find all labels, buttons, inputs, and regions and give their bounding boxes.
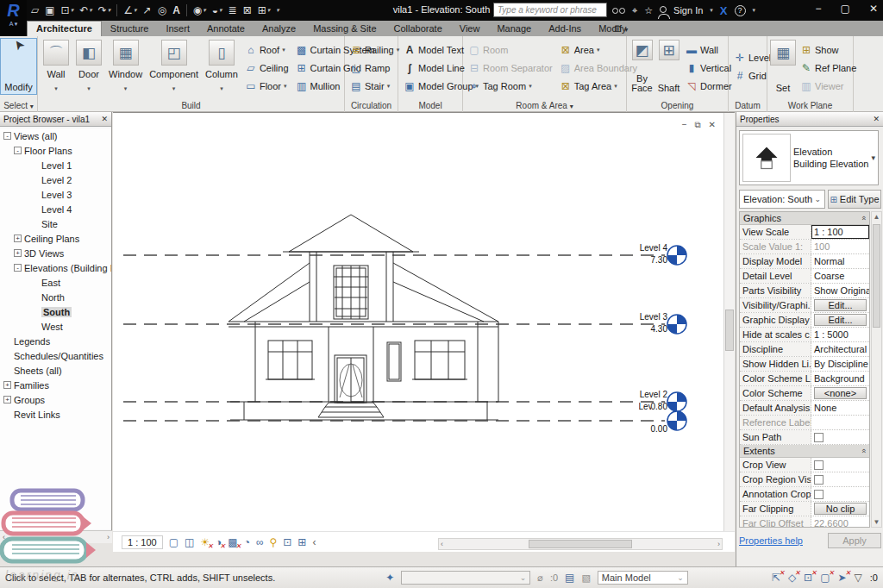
scroll-left-icon[interactable]: ‹ (441, 540, 443, 548)
property-row[interactable]: Crop View (740, 458, 869, 472)
property-value[interactable]: No clip No clip (811, 502, 869, 516)
tree-item[interactable]: North (0, 290, 111, 304)
crop-view-icon[interactable]: ◔ (244, 536, 250, 548)
ribbon-small-button[interactable]: Room▾ (465, 41, 556, 59)
property-row[interactable]: Annotation Crop (740, 487, 869, 502)
application-menu-button[interactable]: R A ▾ (0, 0, 27, 36)
drawing-area[interactable]: Level 4 7.30 Level 3 4.30 Level 2 Level … (113, 112, 735, 552)
property-value[interactable]: Edit... Edit... (811, 298, 869, 312)
property-row[interactable]: Visibility/Graphi... Edit... Edit... (740, 298, 869, 313)
aligned-dimension-button[interactable]: ↗ (143, 4, 152, 16)
tree-item[interactable]: + 3D Views (0, 246, 111, 260)
ribbon-tab[interactable]: Annotate (198, 22, 254, 36)
scroll-right-icon[interactable]: › (107, 533, 110, 541)
tree-item[interactable]: West (0, 319, 111, 334)
ribbon-small-button[interactable]: Vertical (682, 59, 736, 77)
ribbon-big-button[interactable]: Component ▾ (146, 38, 202, 95)
shadows-off-icon[interactable]: ◑✕ (216, 536, 222, 548)
worksets-select[interactable]: ⌄ (401, 571, 530, 585)
tree-item[interactable]: + Families (0, 378, 111, 392)
ribbon-tab[interactable]: Add-Ins (540, 22, 590, 36)
properties-header[interactable]: Properties ✕ (736, 112, 883, 127)
ribbon-small-button[interactable]: Ramp▾ (347, 59, 403, 77)
property-checkbox[interactable] (814, 460, 824, 470)
tree-expander[interactable]: + (14, 235, 22, 242)
exclude-options-icon[interactable]: ▧ (581, 572, 590, 584)
tree-expander[interactable]: + (14, 249, 22, 257)
tree-expander[interactable]: - (14, 264, 22, 272)
tree-item[interactable]: Schedules/Quantities (0, 348, 111, 363)
level-tag[interactable]: 0.00 (592, 424, 667, 434)
rendering-dialog-off-icon[interactable]: ▩✕ (228, 536, 237, 548)
property-row[interactable]: Scale Value 1: 100 100 (740, 240, 869, 254)
property-value[interactable] (811, 430, 869, 444)
property-checkbox[interactable] (814, 433, 824, 442)
open-button[interactable]: ▱ (31, 4, 39, 16)
property-value[interactable]: 100 100 (811, 240, 869, 253)
ribbon-big-button[interactable]: Column ▾ (202, 38, 241, 95)
view-restore-icon[interactable]: ⧉ (694, 120, 700, 130)
ribbon-small-button[interactable]: Floor▾ (241, 77, 292, 95)
property-row[interactable]: Far Clip Offset 22.6600 22.6600 (740, 516, 869, 528)
redo-button[interactable]: ↷▾ (98, 4, 111, 16)
property-value[interactable]: 22.6600 22.6600 (811, 516, 869, 528)
property-row[interactable]: Color Scheme L... Background Background (740, 372, 869, 386)
property-row[interactable]: Crop Region Vis... (740, 472, 869, 487)
view-close-icon[interactable]: ✕ (709, 120, 716, 130)
property-value[interactable]: <none> <none> (811, 386, 869, 400)
extents-section-header[interactable]: Extents « (740, 445, 869, 458)
property-value[interactable]: None None (811, 401, 869, 415)
customize-qat-button[interactable]: ▾ (276, 7, 279, 14)
property-row[interactable]: Discipline Architectural Architectural (740, 342, 869, 357)
ribbon-big-button[interactable]: By Face (629, 38, 655, 95)
favorites-star-icon[interactable]: ☆ (644, 5, 653, 16)
ribbon-small-button[interactable]: Railing▾ (347, 41, 403, 59)
property-row[interactable]: Show Hidden Li... By Discipline By Disci… (740, 357, 869, 372)
scroll-left-icon[interactable]: ‹ (3, 533, 5, 541)
reveal-constraints-icon[interactable]: ⊡ (283, 536, 291, 548)
scroll-down-icon[interactable]: ▼ (872, 518, 881, 526)
collapse-chevrons-icon[interactable]: « (859, 448, 867, 453)
infocenter-search-input[interactable]: Type a keyword or phrase (493, 3, 607, 17)
ribbon-tab[interactable]: Insert (157, 22, 198, 36)
property-value[interactable]: 1 : 100 1 : 100 (811, 225, 869, 239)
sun-settings-off-icon[interactable]: ☀✕ (200, 536, 210, 548)
help-icon[interactable]: ? (735, 5, 746, 16)
design-option-select[interactable]: Main Model ⌄ (598, 571, 688, 585)
select-pinned-toggle-icon[interactable]: ⊡✕ (804, 572, 812, 584)
property-button[interactable]: <none> (814, 387, 867, 399)
type-selector[interactable]: Elevation Building Elevation ▾ (739, 130, 879, 185)
tree-item[interactable]: Level 3 (0, 187, 111, 202)
canvas-hscrollbar[interactable]: ‹ › (438, 538, 723, 550)
text-button[interactable]: A (172, 4, 180, 16)
project-browser-hscrollbar[interactable]: ‹ › (0, 530, 112, 543)
ribbon-small-button[interactable]: Roof▾ (241, 41, 292, 59)
ribbon-tab[interactable]: Modify (590, 22, 635, 36)
ribbon-tab[interactable]: Massing & Site (304, 22, 385, 36)
property-row[interactable]: Sun Path (740, 430, 869, 445)
property-checkbox[interactable] (814, 490, 824, 499)
collapse-arrow-icon[interactable]: ‹ (312, 536, 316, 548)
collapse-chevrons-icon[interactable]: « (859, 216, 867, 220)
switch-windows-button[interactable]: ⊞▾ (258, 4, 271, 16)
property-row[interactable]: View Scale 1 : 100 1 : 100 (740, 225, 869, 240)
tree-item[interactable]: + Groups (0, 392, 111, 407)
tree-item[interactable]: Sheets (all) (0, 363, 111, 378)
ribbon-small-button[interactable]: Viewer (797, 77, 860, 95)
ribbon-small-button[interactable]: Show (797, 41, 860, 59)
select-panel-label[interactable]: Select ▾ (0, 99, 37, 112)
close-icon[interactable]: ✕ (873, 115, 880, 123)
search-icon[interactable] (612, 8, 625, 14)
ribbon-small-button[interactable]: Ceiling▾ (241, 59, 292, 77)
ribbon-tab[interactable]: Architecture (27, 21, 102, 36)
ribbon-tab[interactable]: Structure (102, 22, 158, 36)
property-value[interactable] (811, 416, 869, 429)
filter-icon[interactable]: ▽ (855, 572, 862, 584)
tree-item[interactable]: Revit Links (0, 407, 111, 422)
view-minimize-icon[interactable]: − (682, 120, 687, 130)
property-value[interactable] (811, 472, 869, 486)
property-row[interactable]: Far Clipping No clip No clip (740, 502, 869, 516)
ribbon-big-button[interactable]: Door ▾ (72, 38, 105, 95)
ribbon-small-button[interactable]: Dormer (682, 77, 736, 95)
ribbon-small-button[interactable]: Stair▾ (347, 77, 403, 95)
